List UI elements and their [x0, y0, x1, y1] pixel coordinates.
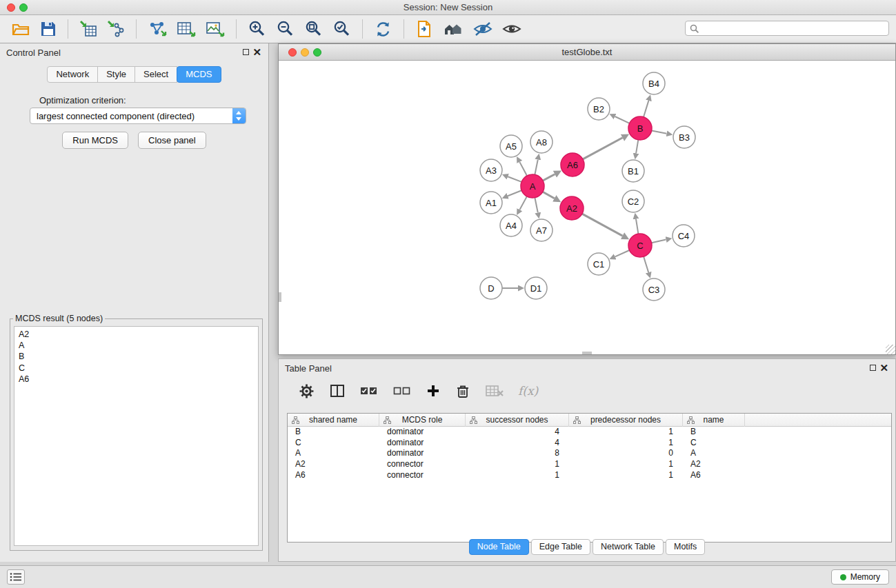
graph-node-A[interactable]: A: [521, 174, 544, 198]
save-icon[interactable]: [37, 19, 59, 39]
graph-edge-A-A2[interactable]: [543, 192, 555, 199]
graph-edge-B-B1[interactable]: [636, 140, 638, 154]
run-mcds-button[interactable]: Run MCDS: [62, 132, 128, 149]
graph-node-C[interactable]: C: [628, 234, 652, 257]
graph-node-A7[interactable]: A7: [530, 219, 552, 241]
float-panel-icon[interactable]: [243, 49, 249, 55]
new-network-icon[interactable]: [145, 19, 170, 39]
tab-mcds[interactable]: MCDS: [177, 66, 221, 83]
delete-column-icon[interactable]: [452, 382, 473, 400]
graph-edge-A-A8[interactable]: [535, 160, 537, 175]
graph-node-B1[interactable]: B1: [622, 160, 644, 182]
column-header-predecessor-nodes[interactable]: predecessor nodes: [569, 414, 683, 427]
graph-edge-A-A6[interactable]: [543, 174, 555, 181]
graph-edge-C-C4[interactable]: [652, 240, 666, 243]
table-row[interactable]: A6connector11A6: [288, 470, 891, 481]
graph-edge-A2-C[interactable]: [582, 214, 623, 236]
graph-edge-C-C2[interactable]: [636, 219, 638, 234]
graph-node-B3[interactable]: B3: [673, 126, 695, 148]
graph-edge-B-B4[interactable]: [644, 101, 648, 117]
graph-edge-C-C3[interactable]: [644, 256, 648, 272]
deselect-all-columns-icon[interactable]: [390, 383, 414, 398]
graph-edge-A-A7[interactable]: [535, 198, 537, 213]
table-row[interactable]: Adominator80A: [288, 448, 891, 459]
search-box[interactable]: [685, 21, 889, 36]
delete-table-icon[interactable]: [483, 383, 506, 399]
tab-network-table[interactable]: Network Table: [593, 539, 664, 555]
import-network-file-icon[interactable]: [77, 19, 100, 39]
import-table-file-icon[interactable]: [104, 19, 128, 39]
zoom-selected-icon[interactable]: [330, 19, 354, 40]
close-panel-button[interactable]: Close panel: [138, 132, 206, 149]
show-graphics-icon[interactable]: [499, 19, 524, 39]
result-item[interactable]: C: [19, 363, 254, 374]
column-header-name[interactable]: name: [683, 414, 745, 427]
graph-node-B2[interactable]: B2: [588, 98, 610, 120]
zoom-out-icon[interactable]: [273, 19, 297, 40]
resize-grip-icon[interactable]: [886, 345, 895, 354]
float-table-panel-icon[interactable]: [870, 365, 876, 371]
graph-node-A4[interactable]: A4: [500, 214, 522, 236]
graph-edge-A-A1[interactable]: [508, 190, 521, 196]
table-row[interactable]: A2connector11A2: [288, 459, 891, 470]
column-header-MCDS-role[interactable]: MCDS role: [379, 414, 466, 427]
graph-node-C4[interactable]: C4: [673, 225, 695, 247]
result-item[interactable]: A: [19, 340, 254, 351]
result-item[interactable]: A2: [19, 329, 254, 340]
task-history-icon[interactable]: [7, 569, 25, 585]
open-file-icon[interactable]: [9, 19, 33, 39]
tab-motifs[interactable]: Motifs: [666, 539, 705, 555]
graph-node-A5[interactable]: A5: [500, 135, 522, 157]
graph-node-D[interactable]: D: [480, 277, 502, 299]
table-row[interactable]: Cdominator41C: [288, 438, 891, 449]
graph-node-A6[interactable]: A6: [561, 153, 584, 176]
graph-node-A2[interactable]: A2: [560, 196, 584, 220]
graph-node-A1[interactable]: A1: [480, 192, 502, 214]
graph-node-A3[interactable]: A3: [480, 159, 502, 181]
graph-edge-C-C1[interactable]: [615, 250, 630, 256]
export-table-icon[interactable]: [174, 19, 199, 39]
result-item[interactable]: A6: [19, 374, 254, 385]
graph-node-D1[interactable]: D1: [525, 277, 547, 299]
tab-style[interactable]: Style: [97, 66, 135, 83]
tab-node-table[interactable]: Node Table: [469, 539, 529, 555]
canvas-scroll-mark-horizontal[interactable]: [582, 352, 592, 354]
network-canvas[interactable]: B4B2BB3A8A5A6A3B1AC2A1A2A4A7C4CC1DD1C3: [279, 61, 895, 354]
tab-network[interactable]: Network: [47, 66, 98, 83]
refresh-icon[interactable]: [371, 19, 395, 40]
graph-node-C2[interactable]: C2: [622, 190, 644, 212]
table-row[interactable]: Bdominator41B: [288, 427, 891, 438]
graph-edge-A-A5[interactable]: [519, 162, 527, 176]
zoom-in-icon[interactable]: [245, 19, 269, 40]
table-settings-gear-icon[interactable]: [296, 382, 317, 401]
column-header-successor-nodes[interactable]: successor nodes: [466, 414, 569, 427]
apply-style-icon[interactable]: [470, 19, 495, 39]
close-table-panel-icon[interactable]: ✕: [879, 362, 888, 374]
memory-button[interactable]: Memory: [831, 569, 889, 585]
tab-edge-table[interactable]: Edge Table: [531, 539, 590, 555]
close-panel-icon[interactable]: ✕: [252, 46, 261, 59]
graph-edge-B-B2[interactable]: [615, 116, 630, 123]
graph-edge-A6-B[interactable]: [583, 138, 623, 159]
graph-node-C3[interactable]: C3: [643, 278, 665, 301]
select-all-columns-icon[interactable]: [357, 383, 381, 398]
tab-select[interactable]: Select: [135, 66, 177, 83]
graph-edge-B-B3[interactable]: [652, 130, 667, 133]
home-icon[interactable]: [440, 19, 466, 39]
show-columns-icon[interactable]: [327, 382, 348, 400]
search-input[interactable]: [702, 22, 886, 34]
result-item[interactable]: B: [19, 351, 254, 362]
add-column-icon[interactable]: [424, 383, 443, 399]
graph-node-C1[interactable]: C1: [588, 253, 610, 275]
graph-node-B[interactable]: B: [628, 116, 652, 140]
canvas-scroll-mark-vertical[interactable]: [279, 292, 281, 302]
optimization-select[interactable]: largest connected component (directed): [30, 108, 246, 124]
zoom-fit-icon[interactable]: [301, 19, 326, 40]
graph-edge-A-A4[interactable]: [519, 196, 527, 210]
export-image-icon[interactable]: [203, 19, 228, 39]
function-builder-icon[interactable]: f(x): [518, 384, 538, 398]
graph-node-B4[interactable]: B4: [643, 72, 665, 94]
column-header-shared-name[interactable]: shared name: [288, 414, 379, 427]
session-import-icon[interactable]: [412, 19, 436, 39]
graph-edge-A-A3[interactable]: [508, 176, 521, 182]
